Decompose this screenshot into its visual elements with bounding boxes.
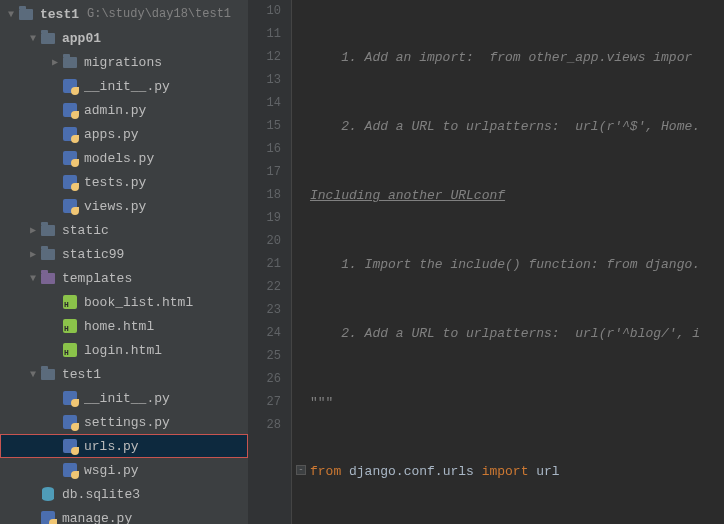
tree-item-label: wsgi.py (84, 463, 139, 478)
python-file-icon (62, 126, 78, 142)
code-line: 2. Add a URL to urlpatterns: url(r'^$', … (310, 115, 724, 138)
line-number: 17 (248, 161, 281, 184)
tree-root[interactable]: ▼ test1 G:\study\day18\test1 (0, 2, 248, 26)
line-number: 24 (248, 322, 281, 345)
code-line: """ (310, 391, 724, 414)
chevron-down-icon[interactable]: ▼ (26, 33, 40, 44)
python-file-icon (62, 150, 78, 166)
tree-item-book-list-html[interactable]: Hbook_list.html (0, 290, 248, 314)
tree-item-label: app01 (62, 31, 101, 46)
line-number: 22 (248, 276, 281, 299)
line-number: 10 (248, 0, 281, 23)
line-number: 11 (248, 23, 281, 46)
python-file-icon (62, 102, 78, 118)
tree-item-label: login.html (84, 343, 162, 358)
database-icon (40, 486, 56, 502)
line-number: 16 (248, 138, 281, 161)
tree-item-manage-py[interactable]: manage.py (0, 506, 248, 524)
python-file-icon (40, 510, 56, 524)
code-line: 1. Add an import: from other_app.views i… (310, 46, 724, 69)
tree-item-label: admin.py (84, 103, 146, 118)
code-line: Including another URLconf (310, 184, 724, 207)
python-file-icon (62, 78, 78, 94)
tree-item-admin-py[interactable]: admin.py (0, 98, 248, 122)
tree-item-migrations[interactable]: ▶migrations (0, 50, 248, 74)
python-file-icon (62, 462, 78, 478)
tree-item-label: static (62, 223, 109, 238)
python-file-icon (62, 174, 78, 190)
html-file-icon: H (62, 318, 78, 334)
tree-item-login-html[interactable]: Hlogin.html (0, 338, 248, 362)
tree-item-static[interactable]: ▶static (0, 218, 248, 242)
line-number: 13 (248, 69, 281, 92)
folder-icon (40, 366, 56, 382)
tree-item-label: apps.py (84, 127, 139, 142)
fold-icon[interactable]: - (296, 465, 306, 475)
folder-icon (40, 222, 56, 238)
code-editor[interactable]: 10111213141516171819202122232425262728 1… (248, 0, 724, 524)
line-number: 28 (248, 414, 281, 437)
code-line: -from django.conf.urls import url (310, 460, 724, 483)
html-file-icon: H (62, 342, 78, 358)
line-number: 27 (248, 391, 281, 414)
chevron-down-icon[interactable]: ▼ (26, 273, 40, 284)
tree-item-urls-py[interactable]: urls.py (0, 434, 248, 458)
python-file-icon (62, 198, 78, 214)
chevron-down-icon: ▼ (4, 9, 18, 20)
folder-icon (62, 54, 78, 70)
tree-item-label: tests.py (84, 175, 146, 190)
chevron-right-icon[interactable]: ▶ (26, 248, 40, 260)
line-number: 19 (248, 207, 281, 230)
tree-item-label: static99 (62, 247, 124, 262)
tree-item-app01[interactable]: ▼app01 (0, 26, 248, 50)
tree-root-label: test1 (40, 7, 79, 22)
line-number: 18 (248, 184, 281, 207)
project-tree[interactable]: ▼ test1 G:\study\day18\test1 ▼app01▶migr… (0, 0, 248, 524)
tree-item-apps-py[interactable]: apps.py (0, 122, 248, 146)
tree-item--init-py[interactable]: __init__.py (0, 74, 248, 98)
chevron-right-icon[interactable]: ▶ (26, 224, 40, 236)
tree-item-label: templates (62, 271, 132, 286)
tree-root-path: G:\study\day18\test1 (87, 7, 231, 21)
tree-item-static99[interactable]: ▶static99 (0, 242, 248, 266)
tree-item-views-py[interactable]: views.py (0, 194, 248, 218)
chevron-down-icon[interactable]: ▼ (26, 369, 40, 380)
folder-icon (18, 6, 34, 22)
tree-item-label: book_list.html (84, 295, 193, 310)
tree-item-templates[interactable]: ▼templates (0, 266, 248, 290)
code-line: 2. Add a URL to urlpatterns: url(r'^blog… (310, 322, 724, 345)
tree-item-label: home.html (84, 319, 154, 334)
folder-icon (40, 30, 56, 46)
folder-icon (40, 246, 56, 262)
tree-item-label: settings.py (84, 415, 170, 430)
tree-item-models-py[interactable]: models.py (0, 146, 248, 170)
line-number: 15 (248, 115, 281, 138)
line-number-gutter: 10111213141516171819202122232425262728 (248, 0, 292, 524)
python-file-icon (62, 438, 78, 454)
python-file-icon (62, 414, 78, 430)
tree-item--init-py[interactable]: __init__.py (0, 386, 248, 410)
code-line: 1. Import the include() function: from d… (310, 253, 724, 276)
tree-item-label: manage.py (62, 511, 132, 525)
tree-item-home-html[interactable]: Hhome.html (0, 314, 248, 338)
line-number: 25 (248, 345, 281, 368)
tree-item-label: views.py (84, 199, 146, 214)
folder-icon (40, 270, 56, 286)
line-number: 23 (248, 299, 281, 322)
html-file-icon: H (62, 294, 78, 310)
tree-item-label: db.sqlite3 (62, 487, 140, 502)
tree-item-label: urls.py (84, 439, 139, 454)
chevron-right-icon[interactable]: ▶ (48, 56, 62, 68)
tree-item-label: __init__.py (84, 391, 170, 406)
tree-item-settings-py[interactable]: settings.py (0, 410, 248, 434)
tree-item-tests-py[interactable]: tests.py (0, 170, 248, 194)
tree-item-wsgi-py[interactable]: wsgi.py (0, 458, 248, 482)
tree-item-label: test1 (62, 367, 101, 382)
line-number: 26 (248, 368, 281, 391)
line-number: 20 (248, 230, 281, 253)
line-number: 14 (248, 92, 281, 115)
code-area[interactable]: 1. Add an import: from other_app.views i… (292, 0, 724, 524)
tree-item-db-sqlite3[interactable]: db.sqlite3 (0, 482, 248, 506)
tree-item-test1[interactable]: ▼test1 (0, 362, 248, 386)
tree-item-label: __init__.py (84, 79, 170, 94)
